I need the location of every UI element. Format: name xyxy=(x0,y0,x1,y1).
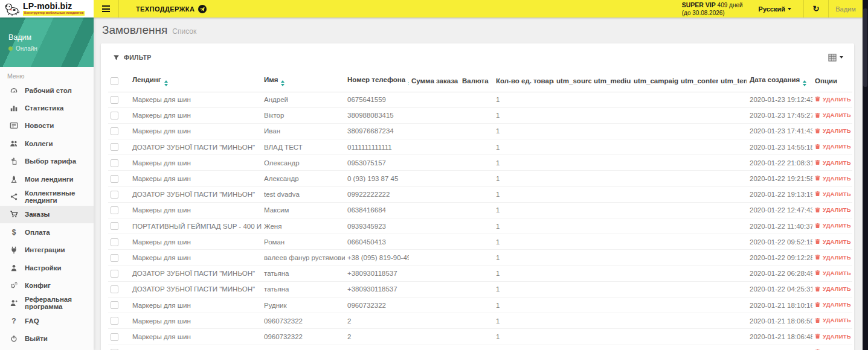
sidebar-toggle-button[interactable] xyxy=(94,0,119,18)
cell-currency xyxy=(460,107,493,123)
row-checkbox[interactable] xyxy=(111,191,118,199)
delete-button[interactable]: УДАЛИТЬ xyxy=(815,222,851,229)
sidebar-item-statistics[interactable]: Статистика xyxy=(0,99,94,116)
row-checkbox[interactable] xyxy=(111,206,118,214)
sidebar-item-settings[interactable]: Настройки xyxy=(0,259,94,276)
vertical-scrollbar[interactable] xyxy=(863,0,868,350)
sidebar-item-colleagues[interactable]: Коллеги xyxy=(0,135,94,152)
filter-button[interactable]: ФИЛЬТР xyxy=(108,50,156,65)
cell-utm-term xyxy=(718,329,747,345)
orders-card: ФИЛЬТР Лендинг Имя xyxy=(101,43,854,350)
cell-utm-source xyxy=(554,281,591,297)
delete-button[interactable]: УДАЛИТЬ xyxy=(815,254,851,261)
row-checkbox[interactable] xyxy=(111,143,118,151)
sidebar-item-dashboard[interactable]: Рабочий стол xyxy=(0,81,94,99)
col-landing[interactable]: Лендинг xyxy=(130,71,262,92)
col-utm-medium: utm_medium xyxy=(591,71,631,92)
delete-button[interactable]: УДАЛИТЬ xyxy=(815,127,851,134)
delete-button[interactable]: УДАЛИТЬ xyxy=(815,333,851,340)
logo[interactable]: LP-mobi.biz Конструктор мобильных лендин… xyxy=(0,0,94,18)
dashboard-icon xyxy=(9,86,19,95)
table-row: Маркеры для шин Олександр 0953075157 1 2… xyxy=(108,155,852,171)
delete-button[interactable]: УДАЛИТЬ xyxy=(815,175,851,182)
cell-phone: 0 (93) 193 87 45 xyxy=(345,171,409,186)
sidebar-item-tariff[interactable]: Выбор тарифа xyxy=(0,153,94,170)
cell-utm-content xyxy=(678,155,718,171)
cell-currency xyxy=(460,202,493,218)
delete-button[interactable]: УДАЛИТЬ xyxy=(815,270,851,276)
row-checkbox[interactable] xyxy=(111,112,118,119)
cell-landing: ДОЗАТОР ЗУБНОЇ ПАСТИ "МИНЬОН" xyxy=(130,281,262,297)
sidebar-user-status: Онлайн xyxy=(16,45,37,52)
language-selector[interactable]: Русский xyxy=(759,5,791,13)
sidebar-item-collective-landings[interactable]: Коллективные лендинги xyxy=(0,188,94,205)
col-utm-content: utm_content xyxy=(678,71,718,92)
row-checkbox[interactable] xyxy=(111,127,118,135)
trash-icon xyxy=(815,96,820,102)
cell-created: 2020-01-21 18:06:48 xyxy=(747,329,812,345)
row-checkbox[interactable] xyxy=(111,301,118,309)
row-checkbox[interactable] xyxy=(111,285,118,293)
trash-icon xyxy=(815,302,820,308)
orders-table: Лендинг Имя Номер телефона Сумма заказа … xyxy=(108,71,852,350)
cell-utm-source xyxy=(554,202,591,218)
tech-support-link[interactable]: ТЕХПОДДЕРЖКА xyxy=(136,5,207,13)
cell-quantity: 1 xyxy=(493,266,554,281)
row-checkbox[interactable] xyxy=(111,333,118,341)
row-checkbox[interactable] xyxy=(111,222,118,230)
delete-button[interactable]: УДАЛИТЬ xyxy=(815,112,851,118)
delete-button[interactable]: УДАЛИТЬ xyxy=(815,159,851,166)
sidebar-item-logout[interactable]: Выйти xyxy=(0,329,94,347)
cell-order-sum xyxy=(409,266,460,281)
sidebar-item-payment[interactable]: $ Оплата xyxy=(0,223,94,241)
row-checkbox[interactable] xyxy=(111,270,118,278)
sidebar-item-config[interactable]: Конфиг xyxy=(0,276,94,294)
delete-button[interactable]: УДАЛИТЬ xyxy=(815,96,851,103)
sort-icon xyxy=(408,80,409,86)
cell-currency xyxy=(460,281,493,297)
cell-order-sum xyxy=(409,329,460,345)
scrollbar-thumb[interactable] xyxy=(863,8,867,87)
delete-button[interactable]: УДАЛИТЬ xyxy=(815,206,851,213)
sidebar-item-orders[interactable]: Заказы xyxy=(0,206,94,223)
row-checkbox[interactable] xyxy=(111,96,118,104)
delete-button[interactable]: УДАЛИТЬ xyxy=(815,191,851,197)
sidebar-item-integrations[interactable]: Интеграции xyxy=(0,241,94,259)
row-checkbox[interactable] xyxy=(111,254,118,262)
cell-name: 0960732322 xyxy=(262,313,345,329)
cell-currency xyxy=(460,345,493,350)
cell-landing: ПОРТАТИВНЫЙ ГЕЙМПАД SUP - 400 ИГР В 1 xyxy=(130,218,262,234)
table-row: Маркеры для шин валеев фанур рустямович … xyxy=(108,250,852,266)
row-checkbox[interactable] xyxy=(111,238,118,246)
column-chooser-button[interactable] xyxy=(825,51,847,64)
col-created[interactable]: Дата создания xyxy=(747,71,812,92)
cell-quantity: 1 xyxy=(493,107,554,123)
delete-button[interactable]: УДАЛИТЬ xyxy=(815,285,851,292)
sidebar-item-news[interactable]: Новости xyxy=(0,117,94,135)
language-label: Русский xyxy=(759,5,785,13)
cell-currency xyxy=(460,155,493,171)
topbar-user-menu[interactable]: Вадим xyxy=(829,0,863,18)
col-phone[interactable]: Номер телефона xyxy=(345,71,409,92)
col-name[interactable]: Имя xyxy=(262,71,345,92)
table-row: ДОЗАТОР ЗУБНОЇ ПАСТИ "МИНЬОН" test dvadv… xyxy=(108,186,852,202)
refresh-button[interactable]: ↻ xyxy=(804,0,828,18)
delete-label: УДАЛИТЬ xyxy=(823,175,851,182)
row-checkbox[interactable] xyxy=(111,175,118,183)
delete-button[interactable]: УДАЛИТЬ xyxy=(815,301,851,308)
table-row: Маркеры для шин Роман 0660450413 1 2020-… xyxy=(108,234,852,250)
cell-created: 2020-01-23 17:41:43 xyxy=(747,123,812,139)
cell-utm-term xyxy=(718,92,747,107)
delete-button[interactable]: УДАЛИТЬ xyxy=(815,317,851,323)
tech-support-label: ТЕХПОДДЕРЖКА xyxy=(136,5,194,13)
delete-button[interactable]: УДАЛИТЬ xyxy=(815,238,851,245)
select-all-checkbox[interactable] xyxy=(111,77,118,85)
logo-title: LP-mobi.biz xyxy=(23,2,85,10)
sidebar-item-referral[interactable]: Реферальная программа xyxy=(0,294,94,312)
sidebar-item-my-landings[interactable]: Мои лендинги xyxy=(0,170,94,188)
top-bar: LP-mobi.biz Конструктор мобильных лендин… xyxy=(0,0,863,18)
row-checkbox[interactable] xyxy=(111,159,118,167)
row-checkbox[interactable] xyxy=(111,317,118,325)
sidebar-item-faq[interactable]: ? FAQ xyxy=(0,312,94,329)
delete-button[interactable]: УДАЛИТЬ xyxy=(815,143,851,150)
